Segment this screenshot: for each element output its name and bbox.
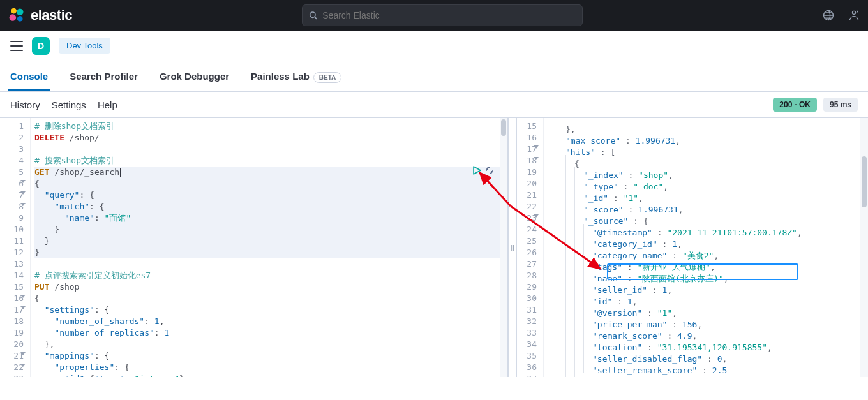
svg-point-2 bbox=[10, 14, 17, 21]
request-line[interactable]: PUT /shop bbox=[34, 281, 500, 293]
tab-console[interactable]: Console bbox=[10, 63, 48, 90]
request-line[interactable]: "settings": { bbox=[34, 304, 500, 316]
svg-point-6 bbox=[853, 11, 856, 14]
request-options-icon[interactable] bbox=[484, 165, 495, 175]
svg-point-4 bbox=[310, 12, 315, 17]
console-toolbar: History Settings Help 200 - OK 95 ms bbox=[0, 92, 868, 117]
global-header: elastic bbox=[0, 0, 868, 31]
response-line[interactable]: "@timestamp" : "2021-11-21T01:57:00.178Z… bbox=[548, 224, 860, 235]
request-line[interactable]: "mappings": { bbox=[34, 350, 500, 362]
response-line[interactable]: "location" : "31.195341,120.915855", bbox=[548, 339, 860, 350]
response-line[interactable]: "category_name" : "美食2", bbox=[548, 247, 860, 258]
response-line[interactable]: "tags" : "新开业 人气爆棚", bbox=[548, 258, 860, 270]
nav-toggle-icon[interactable] bbox=[10, 41, 23, 51]
request-line[interactable]: # 搜索shop文档索引 bbox=[34, 155, 500, 167]
request-line[interactable]: { bbox=[34, 293, 500, 304]
header-right-actions bbox=[822, 9, 860, 22]
response-line[interactable]: "_score" : 1.996731, bbox=[548, 201, 860, 212]
response-line[interactable]: "hits" : [ bbox=[548, 144, 860, 155]
toolbar-help[interactable]: Help bbox=[98, 100, 117, 110]
request-actions bbox=[472, 165, 495, 175]
toolbar-settings[interactable]: Settings bbox=[52, 100, 86, 110]
response-line[interactable]: "price_per_man" : 156, bbox=[548, 316, 860, 327]
toolbar-history[interactable]: History bbox=[10, 100, 40, 110]
request-pane[interactable]: 1234567891011121314151617181920212223 # … bbox=[0, 118, 508, 377]
space-avatar[interactable]: D bbox=[32, 37, 50, 55]
response-line[interactable]: "id" : 1, bbox=[548, 293, 860, 304]
devtools-tabs: Console Search Profiler Grok Debugger Pa… bbox=[0, 61, 868, 92]
app-subheader: D Dev Tools bbox=[0, 31, 868, 61]
response-line[interactable]: "max_score" : 1.996731, bbox=[548, 132, 860, 144]
response-gutter: 1516171819202122232425262728293031323334… bbox=[517, 118, 544, 377]
response-line[interactable]: "name" : "陕西面馆(北京亦庄)", bbox=[548, 270, 860, 281]
response-line[interactable]: "_source" : { bbox=[548, 212, 860, 224]
request-scrollbar[interactable] bbox=[500, 118, 507, 377]
pane-divider[interactable]: || bbox=[508, 118, 517, 377]
response-line[interactable]: "seller_disabled_flag" : 0, bbox=[548, 350, 860, 362]
response-line[interactable]: "_id" : "1", bbox=[548, 189, 860, 201]
request-line[interactable]: "number_of_replicas": 1 bbox=[34, 327, 500, 339]
tab-search-profiler[interactable]: Search Profiler bbox=[70, 63, 138, 90]
status-badge: 200 - OK bbox=[773, 98, 817, 112]
elastic-logo[interactable]: elastic bbox=[8, 6, 72, 24]
beta-badge: BETA bbox=[313, 72, 341, 83]
request-line[interactable]: DELETE /shop/ bbox=[34, 132, 500, 144]
latency-badge: 95 ms bbox=[823, 98, 858, 112]
request-line[interactable]: }, bbox=[34, 339, 500, 350]
response-line[interactable]: "_index" : "shop", bbox=[548, 167, 860, 178]
request-gutter: 1234567891011121314151617181920212223 bbox=[0, 118, 31, 377]
news-icon[interactable] bbox=[822, 9, 835, 22]
response-pane[interactable]: 1516171819202122232425262728293031323334… bbox=[517, 118, 868, 377]
breadcrumb-devtools[interactable]: Dev Tools bbox=[59, 38, 110, 54]
svg-point-3 bbox=[17, 16, 23, 22]
request-line[interactable]: # 点评搜索索引定义初始化es7 bbox=[34, 270, 500, 281]
request-line[interactable]: "id":{"type": "integer"} bbox=[34, 373, 500, 377]
request-line[interactable]: "name": "面馆" bbox=[34, 212, 500, 224]
request-line[interactable]: "match": { bbox=[34, 201, 500, 212]
request-line[interactable]: "number_of_shards": 1, bbox=[34, 316, 500, 327]
brand-text: elastic bbox=[31, 7, 72, 24]
svg-point-0 bbox=[11, 8, 17, 14]
request-line[interactable]: GET /shop/_search bbox=[34, 167, 500, 178]
response-line[interactable]: "remark_score" : 4.9, bbox=[548, 327, 860, 339]
response-scrollbar[interactable] bbox=[860, 118, 868, 377]
global-search[interactable] bbox=[302, 4, 583, 26]
request-line[interactable]: # 删除shop文档索引 bbox=[34, 121, 500, 132]
request-line[interactable]: { bbox=[34, 178, 500, 189]
request-line[interactable] bbox=[34, 258, 500, 270]
request-line[interactable]: } bbox=[34, 235, 500, 247]
tab-grok-debugger[interactable]: Grok Debugger bbox=[160, 63, 229, 90]
request-line[interactable]: "query": { bbox=[34, 189, 500, 201]
response-line[interactable]: }, bbox=[548, 121, 860, 132]
response-line[interactable]: "seller_remark_score" : 2.5 bbox=[548, 362, 860, 373]
response-code[interactable]: },"max_score" : 1.996731,"hits" : [{"_in… bbox=[544, 118, 860, 377]
svg-point-1 bbox=[17, 9, 24, 16]
tab-painless-lab[interactable]: Painless LabBETA bbox=[251, 63, 341, 90]
request-line[interactable]: } bbox=[34, 247, 500, 258]
run-request-icon[interactable] bbox=[472, 165, 482, 175]
request-line[interactable]: } bbox=[34, 224, 500, 235]
response-line[interactable]: "@version" : "1", bbox=[548, 304, 860, 316]
elastic-logo-icon bbox=[8, 6, 26, 24]
search-input[interactable] bbox=[322, 10, 576, 20]
profile-icon[interactable] bbox=[848, 9, 860, 22]
request-line[interactable]: "properties": { bbox=[34, 362, 500, 373]
response-line[interactable]: "_type" : "_doc", bbox=[548, 178, 860, 189]
editor-split: 1234567891011121314151617181920212223 # … bbox=[0, 117, 868, 377]
request-line[interactable] bbox=[34, 144, 500, 155]
search-icon bbox=[309, 11, 317, 20]
request-code[interactable]: # 删除shop文档索引DELETE /shop/# 搜索shop文档索引GET… bbox=[31, 118, 500, 377]
